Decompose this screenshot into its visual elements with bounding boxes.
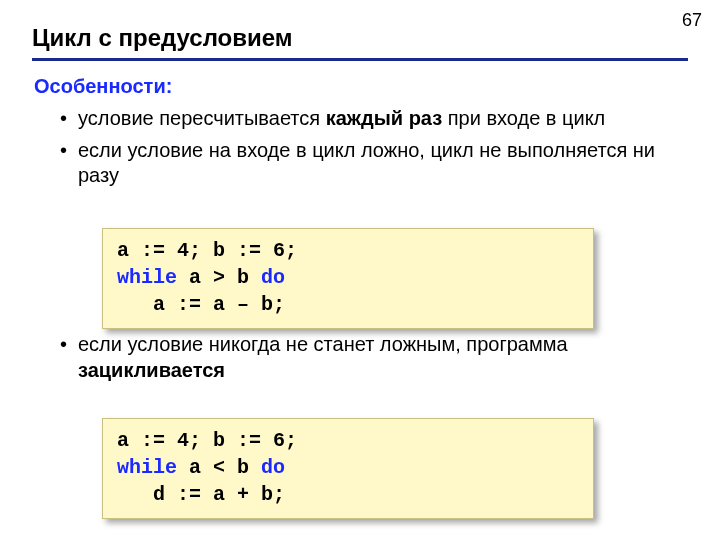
list-item: если условие на входе в цикл ложно, цикл… [60,138,688,189]
code-keyword: while [117,266,177,289]
text: если условие на входе в цикл ложно, цикл… [78,139,655,187]
text-bold: зацикливается [78,359,225,381]
code-keyword: do [261,266,285,289]
text: при входе в цикл [442,107,605,129]
text: условие пересчитывается [78,107,326,129]
code-line: d := a + b; [117,483,285,506]
bullet-list: условие пересчитывается каждый раз при в… [32,106,688,189]
text-bold: каждый раз [326,107,442,129]
page-title: Цикл с предусловием [32,24,688,61]
code-line: a := 4; b := 6; [117,239,297,262]
list-item: если условие никогда не станет ложным, п… [32,332,688,383]
code-line: a := a – b; [117,293,285,316]
page-number: 67 [682,10,702,31]
section-heading: Особенности: [32,75,688,98]
list-item: условие пересчитывается каждый раз при в… [60,106,688,132]
code-line: a := 4; b := 6; [117,429,297,452]
code-keyword: while [117,456,177,479]
code-text: a > b [177,266,261,289]
code-text: a < b [177,456,261,479]
code-keyword: do [261,456,285,479]
code-block-2: a := 4; b := 6; while a < b do d := a + … [102,418,594,519]
code-block-1: a := 4; b := 6; while a > b do a := a – … [102,228,594,329]
text: если условие никогда не станет ложным, п… [78,333,568,355]
